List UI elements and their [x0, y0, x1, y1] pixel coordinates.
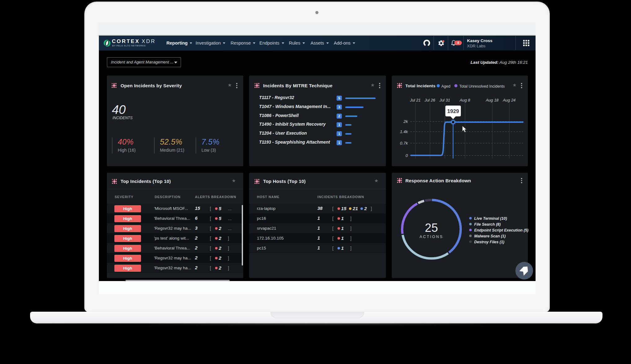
svg-text:0: 0	[405, 153, 408, 158]
svg-text:0.7k: 0.7k	[400, 141, 408, 145]
svg-text:Aug 18: Aug 18	[485, 98, 499, 102]
svg-text:2k: 2k	[403, 119, 408, 124]
svg-text:Aug 24: Aug 24	[502, 98, 515, 102]
svg-text:Jul 21: Jul 21	[410, 98, 421, 102]
svg-text:1.4k: 1.4k	[400, 129, 408, 134]
svg-text:Aug 8: Aug 8	[459, 98, 470, 102]
svg-text:Jul 31: Jul 31	[439, 98, 450, 102]
svg-text:Jul 26: Jul 26	[424, 98, 435, 102]
svg-text:1929: 1929	[447, 108, 459, 114]
